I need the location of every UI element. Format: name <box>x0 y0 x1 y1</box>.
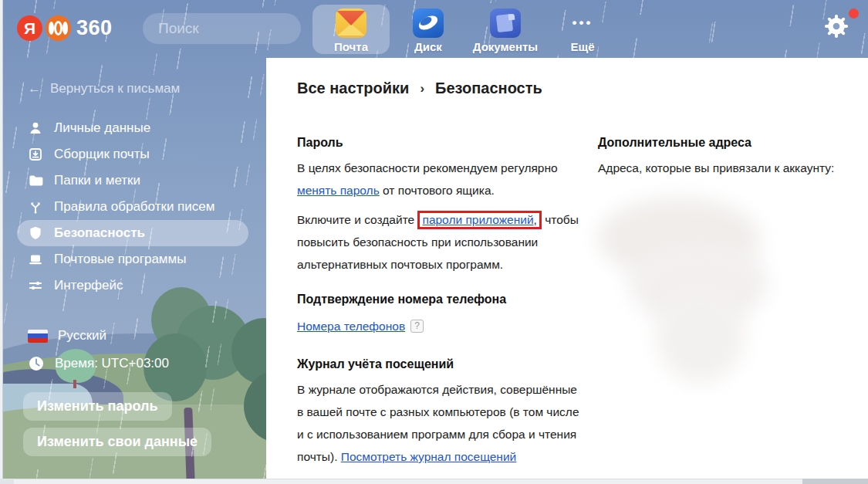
sidebar-item-label: Правила обработки писем <box>54 199 214 215</box>
shield-icon <box>28 225 43 241</box>
disk-icon <box>413 8 444 38</box>
text: от почтового ящика. <box>380 184 495 197</box>
red-annotation-box: пароли приложений, <box>417 211 541 229</box>
scrollbar-corner <box>0 479 14 484</box>
sidebar-item-label: Безопасность <box>54 225 145 241</box>
app-tab-disk[interactable]: Диск <box>390 5 467 54</box>
back-arrow-icon: ← <box>28 81 41 96</box>
additional-addresses-column: Дополнительные адреса Адреса, которые вы… <box>598 136 853 479</box>
aside-text: Адреса, которые вы привязали к аккаунту: <box>598 157 853 179</box>
sidebar-item-folders-labels[interactable]: Папки и метки <box>17 168 248 194</box>
password-paragraph-2: Включите и создайте пароли приложений, ч… <box>297 208 586 276</box>
change-personal-data-button[interactable]: Изменить свои данные <box>23 428 211 456</box>
back-to-mail-link[interactable]: ← Вернуться к письмам <box>28 81 266 96</box>
sidebar-item-mail-rules[interactable]: Правила обработки писем <box>17 194 248 220</box>
sidebar-item-label: Интерфейс <box>54 278 123 293</box>
mail-icon <box>336 8 366 38</box>
settings-content-panel: Все настройки › Безопасность Пароль В це… <box>266 58 868 479</box>
360-logo-circle <box>46 15 71 41</box>
app-passwords-link[interactable]: пароли приложений <box>422 213 533 226</box>
gear-icon <box>822 12 850 40</box>
change-password-link[interactable]: менять пароль <box>297 184 380 197</box>
language-row[interactable]: Русский <box>28 328 266 344</box>
sidebar-item-label: Папки и метки <box>54 173 140 188</box>
rules-split-icon <box>28 199 43 215</box>
ya-logo-circle: Я <box>17 15 42 41</box>
more-dots-icon: ••• <box>572 8 593 38</box>
timezone-label: Время: UTC+03:00 <box>55 356 169 371</box>
text: , <box>534 213 537 226</box>
settings-gear-button[interactable] <box>822 12 856 46</box>
phone-numbers-link[interactable]: Номера телефонов <box>297 320 405 333</box>
timezone-row[interactable]: Время: UTC+03:00 <box>28 355 266 372</box>
top-bar: Я 360 Почта Диск Документы <box>0 0 868 58</box>
notification-dot <box>849 8 859 19</box>
security-settings-column: Пароль В целях безопасности рекомендуем … <box>297 136 586 479</box>
settings-sidebar: ← Вернуться к письмам Личные данные Сбор… <box>0 58 266 484</box>
yandex-360-logo[interactable]: Я 360 <box>17 15 113 41</box>
breadcrumb-all-settings[interactable]: Все настройки <box>297 80 409 97</box>
journal-paragraph: В журнале отображаются действия, совершё… <box>297 378 586 468</box>
laptop-icon <box>28 252 43 267</box>
sidebar-item-security[interactable]: Безопасность <box>17 220 248 246</box>
sidebar-item-mail-collector[interactable]: Сборщик почты <box>17 141 248 168</box>
app-label-more: Ещё <box>570 40 594 53</box>
window-left-border <box>0 0 3 484</box>
app-tab-mail[interactable]: Почта <box>312 5 390 54</box>
text: В целях безопасности рекомендуем регуляр… <box>297 161 558 174</box>
sidebar-buttons: Изменить пароль Изменить свои данные <box>23 392 266 456</box>
sidebar-item-interface[interactable]: Интерфейс <box>17 272 248 299</box>
back-label: Вернуться к письмам <box>50 81 180 96</box>
breadcrumb: Все настройки › Безопасность <box>266 58 868 97</box>
phone-section-title: Подтверждение номера телефона <box>297 293 586 306</box>
settings-menu: Личные данные Сборщик почты Папки и метк… <box>17 115 248 299</box>
folder-icon <box>28 173 43 188</box>
password-section-title: Пароль <box>297 136 586 150</box>
breadcrumb-separator-icon: › <box>420 81 424 96</box>
russian-flag-icon <box>28 330 48 343</box>
password-paragraph-1: В целях безопасности рекомендуем регуляр… <box>297 157 586 201</box>
journal-section-title: Журнал учёта посещений <box>297 357 586 371</box>
breadcrumb-current: Безопасность <box>435 80 542 97</box>
sidebar-item-label: Сборщик почты <box>54 147 150 162</box>
mail-collector-icon <box>28 147 43 162</box>
horizontal-scrollbar[interactable] <box>0 479 868 484</box>
phone-links-row: Номера телефонов? <box>297 315 586 337</box>
sidebar-item-label: Почтовые программы <box>54 252 186 267</box>
change-password-button[interactable]: Изменить пароль <box>23 392 172 421</box>
sidebar-meta: Русский Время: UTC+03:00 <box>28 328 266 372</box>
aside-title: Дополнительные адреса <box>598 136 853 150</box>
app-tab-documents[interactable]: Документы <box>467 5 544 54</box>
sidebar-item-personal-data[interactable]: Личные данные <box>17 115 248 141</box>
blurred-private-content <box>598 198 791 375</box>
documents-icon <box>490 8 521 38</box>
yandex360-settings-window: Я 360 Почта Диск Документы <box>0 0 868 484</box>
search-bar[interactable] <box>143 13 301 44</box>
app-label-disk: Диск <box>414 40 442 53</box>
user-icon <box>28 120 43 136</box>
language-label: Русский <box>58 328 106 344</box>
app-tab-more[interactable]: ••• Ещё <box>544 5 621 54</box>
app-label-mail: Почта <box>334 40 368 53</box>
logo-360-text: 360 <box>76 16 113 40</box>
scrollbar-thumb[interactable] <box>802 479 868 484</box>
sliders-icon <box>28 278 43 293</box>
clock-icon <box>28 355 45 372</box>
help-question-icon[interactable]: ? <box>410 320 424 333</box>
text: Включите и создайте <box>297 213 417 226</box>
sidebar-item-label: Личные данные <box>54 120 150 136</box>
app-label-documents: Документы <box>473 40 538 53</box>
app-switcher: Почта Диск Документы ••• Ещё <box>312 5 621 54</box>
scrollbar-track[interactable] <box>14 479 868 484</box>
sidebar-item-mail-clients[interactable]: Почтовые программы <box>17 246 248 272</box>
view-journal-link[interactable]: Посмотреть журнал посещений <box>341 450 516 463</box>
